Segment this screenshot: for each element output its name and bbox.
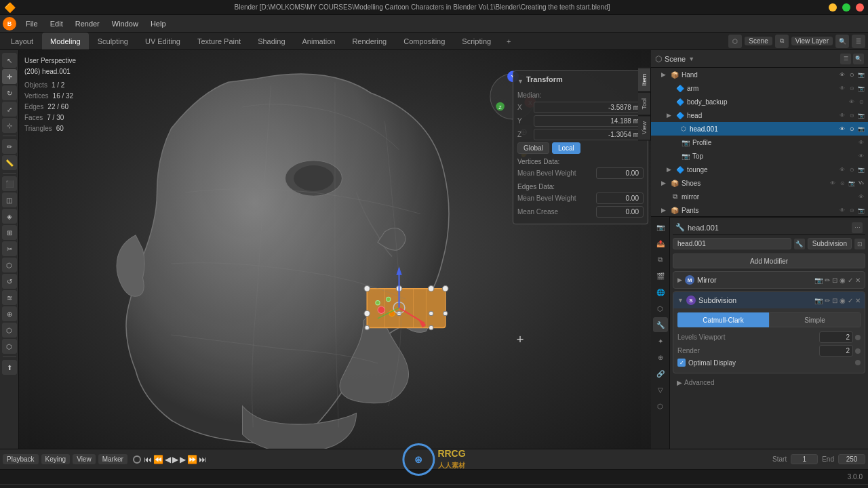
workspace-tab-uvediting[interactable]: UV Editing <box>137 33 189 49</box>
search-icon-btn[interactable]: 🔍 <box>835 35 849 48</box>
viewlayer-icon-btn[interactable]: ⧉ <box>775 35 789 48</box>
mirror-toggle-icon[interactable]: ✓ <box>848 277 853 284</box>
workspace-tab-texturepaint[interactable]: Texture Paint <box>189 33 249 49</box>
menu-help[interactable]: Help <box>145 18 172 29</box>
props-constraints-icon[interactable]: 🔗 <box>653 366 668 381</box>
blender-logo[interactable]: B <box>3 17 16 30</box>
sub-close-icon[interactable]: ✕ <box>855 297 861 304</box>
mod-display-icon[interactable]: ⊡ <box>854 239 865 249</box>
sub-toggle-icon[interactable]: ✓ <box>848 297 853 304</box>
viewport[interactable]: ⬡ Edit Mode View Select Add Mesh Vertex … <box>19 50 651 449</box>
next-frame-btn[interactable]: ▶ <box>180 455 186 464</box>
optimal-display-checkbox[interactable]: ✓ <box>677 359 686 367</box>
props-physics-icon[interactable]: ⊕ <box>653 350 668 365</box>
end-frame-field[interactable]: 250 <box>838 454 865 464</box>
npanel-tool-tab[interactable]: Tool <box>638 92 651 116</box>
mirror-display-icon[interactable]: ◉ <box>840 277 846 284</box>
props-particles-icon[interactable]: ✦ <box>653 333 668 348</box>
npanel-view-tab[interactable]: View <box>638 115 651 140</box>
outliner-item-body-backup[interactable]: 🔷 body_backup 👁 ⊙ <box>651 95 868 108</box>
mirror-cage-icon[interactable]: ⊡ <box>832 277 837 284</box>
prev-keyframe-btn[interactable]: ⏪ <box>153 455 163 464</box>
frame-dot[interactable] <box>133 455 141 464</box>
tool-loop-cut[interactable]: ⊞ <box>2 225 17 240</box>
view-menu-tl[interactable]: View <box>73 454 96 464</box>
outliner-item-shoes[interactable]: ▶ 📦 Shoes 👁 ⊙ 📷 V₅ <box>651 176 868 190</box>
render-levels-dot[interactable] <box>855 348 861 354</box>
outliner-item-mirror[interactable]: ⧉ mirror 👁 <box>651 190 868 203</box>
minimize-button[interactable] <box>829 3 837 12</box>
tool-rip[interactable]: ⬡ <box>2 339 17 354</box>
mirror-render-icon[interactable]: 📷 <box>814 277 823 284</box>
levels-viewport-dot[interactable] <box>855 335 861 340</box>
subdivision-modifier-titlebar[interactable]: ▼ S Subdivision 📷 ✏ ⊡ ◉ ✓ ✕ <box>673 292 865 308</box>
props-object-icon[interactable]: ⬡ <box>653 301 668 316</box>
panel-collapse-icon[interactable]: ▼ <box>517 78 524 85</box>
tool-inset-face[interactable]: ◫ <box>2 192 17 207</box>
props-data-icon[interactable]: ▽ <box>653 382 668 397</box>
tool-shear[interactable]: ⬡ <box>2 323 17 338</box>
maximize-button[interactable] <box>842 3 850 12</box>
global-btn[interactable]: Global <box>517 142 549 154</box>
outliner-item-hand[interactable]: ▶ 📦 Hand 👁 ⊙ 📷 <box>651 68 868 81</box>
sub-display-icon[interactable]: ◉ <box>840 297 846 304</box>
tool-scale[interactable]: ⤢ <box>2 102 17 117</box>
tool-extrude[interactable]: ⬆ <box>2 360 17 375</box>
sub-cage-icon[interactable]: ⊡ <box>832 297 837 304</box>
scene-dropdown-arrow[interactable]: ▼ <box>688 56 694 62</box>
render-levels-field[interactable]: 2 <box>819 345 853 357</box>
next-keyframe-btn[interactable]: ⏩ <box>187 455 197 464</box>
workspace-tab-scripting[interactable]: Scripting <box>454 33 499 49</box>
mod-panel-options[interactable]: ⋯ <box>852 222 863 233</box>
mirror-close-icon[interactable]: ✕ <box>855 277 861 284</box>
scene-selector[interactable]: Scene <box>745 37 772 45</box>
menu-window[interactable]: Window <box>106 18 144 29</box>
workspace-add-button[interactable]: + <box>501 34 516 49</box>
tool-shrink-fatten[interactable]: ⊕ <box>2 306 17 321</box>
mean-crease-field[interactable]: 0.00 <box>596 206 644 218</box>
tool-knife[interactable]: ✂ <box>2 241 17 256</box>
workspace-tab-sculpting[interactable]: Sculpting <box>90 33 136 49</box>
simple-btn[interactable]: Simple <box>769 312 861 327</box>
workspace-tab-shading[interactable]: Shading <box>250 33 293 49</box>
props-render-icon[interactable]: 📷 <box>653 220 668 235</box>
x-field[interactable]: -3.5878 m <box>534 102 644 113</box>
object-name-field[interactable]: head.001 <box>673 238 791 249</box>
workspace-tab-modeling[interactable]: Modeling <box>42 33 89 49</box>
viewlayer-selector[interactable]: View Layer <box>791 37 833 45</box>
advanced-section[interactable]: ▶ Advanced <box>673 376 865 389</box>
sub-edit-icon[interactable]: ✏ <box>825 297 830 304</box>
tool-rotate[interactable]: ↻ <box>2 85 17 100</box>
tool-cursor[interactable]: ↖ <box>2 53 17 68</box>
menu-edit[interactable]: Edit <box>45 18 68 29</box>
keying-menu[interactable]: Keying <box>41 454 71 464</box>
outliner-item-arm[interactable]: 🔷 arm 👁 ⊙ 📷 <box>651 81 868 95</box>
workspace-tab-rendering[interactable]: Rendering <box>344 33 395 49</box>
tool-transform[interactable]: ⊹ <box>2 118 17 133</box>
tool-move[interactable]: ✛ <box>2 69 17 84</box>
outliner[interactable]: ▶ 📦 Hand 👁 ⊙ 📷 🔷 arm 👁 ⊙ 📷 <box>651 68 868 217</box>
tool-spin[interactable]: ↺ <box>2 274 17 289</box>
mirror-edit-icon[interactable]: ✏ <box>825 277 830 284</box>
marker-menu[interactable]: Marker <box>98 454 127 464</box>
prev-frame-btn[interactable]: ◀ <box>165 455 171 464</box>
outliner-item-head-001[interactable]: ⬡ head.001 👁 ⊙ 📷 <box>651 122 868 136</box>
z-field[interactable]: -1.3054 m <box>534 129 644 140</box>
menu-file[interactable]: File <box>20 18 43 29</box>
outliner-item-top[interactable]: 📷 Top 👁 <box>651 149 868 163</box>
outliner-filter-btn[interactable]: ☰ <box>840 54 851 64</box>
props-modifiers-icon active[interactable]: 🔧 <box>653 317 668 332</box>
props-view-layer-icon[interactable]: ⧉ <box>653 252 668 267</box>
workspace-tab-layout[interactable]: Layout <box>3 33 41 49</box>
tool-smooth[interactable]: ≋ <box>2 290 17 305</box>
playback-menu[interactable]: Playback <box>3 454 39 464</box>
tool-measure[interactable]: 📏 <box>2 155 17 170</box>
menu-render[interactable]: Render <box>70 18 105 29</box>
npanel-item-tab[interactable]: Item <box>638 68 651 92</box>
filter-icon-btn[interactable]: ☰ <box>852 35 865 48</box>
mirror-modifier-titlebar[interactable]: ▶ M Mirror 📷 ✏ ⊡ ◉ ✓ ✕ <box>673 272 865 288</box>
y-field[interactable]: 14.188 m <box>534 115 644 127</box>
props-world-icon[interactable]: 🌐 <box>653 285 668 300</box>
tool-bevel[interactable]: ◈ <box>2 209 17 224</box>
outliner-item-pants[interactable]: ▶ 📦 Pants 👁 ⊙ 📷 <box>651 203 868 217</box>
